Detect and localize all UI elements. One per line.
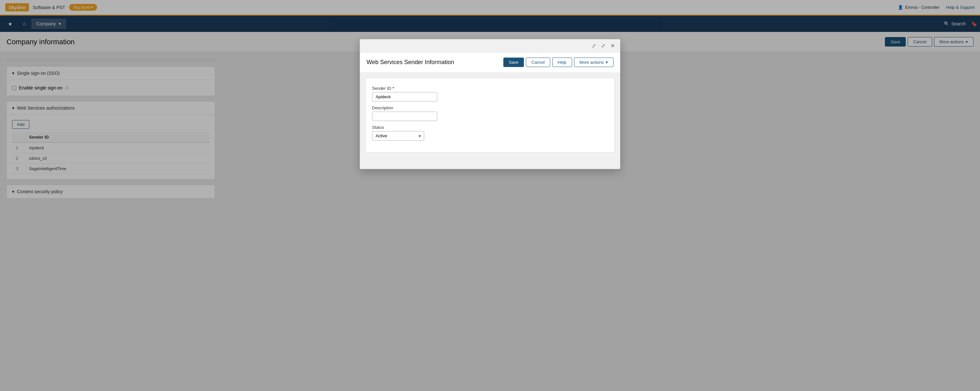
sender-id-label: Sender ID * <box>372 86 608 91</box>
modal: ⤤ ⤢ ✕ Web Services Sender Information Sa… <box>360 39 620 169</box>
status-select-wrapper: Active Inactive <box>372 131 424 141</box>
description-label: Description <box>372 105 608 110</box>
required-star: * <box>393 86 394 91</box>
expand-icon[interactable]: ⤢ <box>600 42 607 49</box>
modal-title: Web Services Sender Information <box>366 59 454 66</box>
close-icon[interactable]: ✕ <box>609 42 616 49</box>
description-input[interactable] <box>372 112 437 121</box>
chevron-down-icon: ▾ <box>606 60 608 65</box>
modal-help-button[interactable]: Help <box>552 58 572 67</box>
modal-save-button[interactable]: Save <box>503 58 524 67</box>
sender-id-input[interactable] <box>372 92 437 101</box>
modal-more-actions-button[interactable]: More actions ▾ <box>574 58 614 67</box>
status-row: Status Active Inactive <box>372 125 608 141</box>
modal-actions: Save Cancel Help More actions ▾ <box>503 58 614 67</box>
modal-header: Web Services Sender Information Save Can… <box>360 52 620 73</box>
sender-id-row: Sender ID * <box>372 86 608 101</box>
modal-toolbar: ⤤ ⤢ ✕ <box>360 40 620 52</box>
modal-body: Sender ID * Description Status <box>365 78 615 152</box>
status-select[interactable]: Active Inactive <box>372 131 424 141</box>
status-label: Status <box>372 125 608 130</box>
modal-overlay: ⤤ ⤢ ✕ Web Services Sender Information Sa… <box>0 0 980 391</box>
description-row: Description <box>372 105 608 121</box>
external-link-icon[interactable]: ⤤ <box>590 42 597 49</box>
main-content: ▾ Single sign-on (SSO) Enable single sig… <box>0 52 980 391</box>
modal-cancel-button[interactable]: Cancel <box>526 58 550 67</box>
